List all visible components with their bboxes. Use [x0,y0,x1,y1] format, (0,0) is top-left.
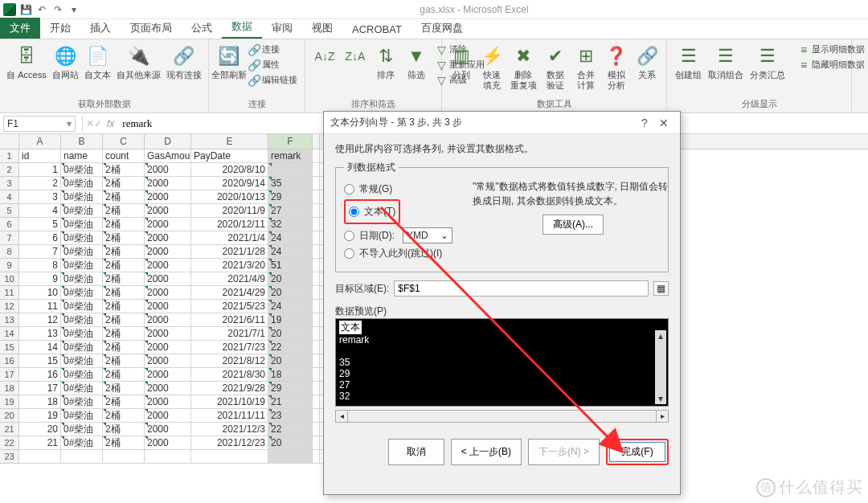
radio-skip[interactable]: 不导入此列(跳过)(I) [344,247,660,260]
cell[interactable]: 21 [268,395,313,409]
tab-3[interactable]: 公式 [182,18,222,39]
dtool-6[interactable]: 🔗关系 [633,43,661,82]
cell[interactable]: 20 [268,354,313,368]
cell[interactable]: 2桶 [103,395,145,409]
cell[interactable]: 2021/7/1 [191,327,268,341]
cell[interactable]: 2桶 [103,231,145,245]
tab-5[interactable]: 审阅 [262,18,302,39]
cell[interactable]: 0#柴油 [61,368,103,382]
cell[interactable] [313,204,320,218]
tab-4[interactable]: 数据 [222,16,262,39]
cell[interactable]: 17 [19,382,61,395]
dtool-1[interactable]: ⚡快速填充 [477,43,506,92]
cell[interactable]: 2000 [145,259,191,272]
refresh-all-button[interactable]: 🔄全部刷新 [214,43,244,82]
cell[interactable] [268,450,313,464]
cell[interactable]: 2000 [145,218,191,231]
cell[interactable]: 2桶 [103,286,145,300]
row-header[interactable]: 10 [0,272,19,286]
conn-1[interactable]: 🔗属性 [245,58,300,72]
cell[interactable]: 12 [19,313,61,327]
cell[interactable]: 0#柴油 [61,245,103,259]
cell[interactable]: PayDate [191,149,268,163]
cell[interactable]: 2000 [145,368,191,382]
cell[interactable]: 0#柴油 [61,272,103,286]
advanced-button[interactable]: 高级(A)... [542,215,604,235]
cell[interactable]: 18 [19,395,61,409]
col-header-D[interactable]: D [145,134,191,149]
cell[interactable]: 2桶 [103,204,145,218]
cell[interactable]: 19 [19,409,61,423]
dtool-2[interactable]: ✖删除重复项 [508,43,539,92]
cell[interactable]: 2020/11/9 [191,204,268,218]
cell[interactable]: 2020/8/10 [191,163,268,177]
cell[interactable]: 2000 [145,395,191,409]
cell[interactable]: 2000 [145,177,191,190]
cell[interactable] [313,409,320,423]
col-header-[interactable] [313,134,320,149]
row-header[interactable]: 19 [0,395,19,409]
cell[interactable]: id [19,149,61,163]
cell[interactable] [313,354,320,368]
cell[interactable]: count [103,149,145,163]
cell[interactable] [313,218,320,231]
cell[interactable]: 2000 [145,354,191,368]
cell[interactable]: name [61,149,103,163]
horizontal-scrollbar[interactable]: ◂▸ [335,410,669,423]
cell[interactable]: 0#柴油 [61,231,103,245]
cell[interactable]: 15 [19,354,61,368]
cell[interactable]: 2020/9/14 [191,177,268,190]
cell[interactable] [313,436,320,450]
tab-7[interactable]: ACROBAT [342,20,411,39]
cell[interactable] [313,450,320,464]
cell[interactable]: 2桶 [103,423,145,436]
row-header[interactable]: 15 [0,341,19,354]
cell[interactable]: 18 [268,368,313,382]
qat-more-icon[interactable]: ▾ [68,3,80,16]
sort-asc-button[interactable]: A↓Z [310,43,339,70]
row-header[interactable]: 21 [0,423,19,436]
cell[interactable]: 0#柴油 [61,313,103,327]
cell[interactable] [191,450,268,464]
cell[interactable]: 2桶 [103,368,145,382]
cell[interactable]: 8 [19,259,61,272]
cell[interactable]: 7 [19,245,61,259]
row-header[interactable]: 12 [0,300,19,313]
cell[interactable]: 2000 [145,245,191,259]
col-header-A[interactable]: A [19,134,61,149]
cell[interactable]: 2000 [145,423,191,436]
row-header[interactable]: 1 [0,149,19,163]
ext-data-3[interactable]: 🔌自其他来源 [115,43,162,82]
cell[interactable]: 2桶 [103,436,145,450]
back-button[interactable]: < 上一步(B) [451,439,522,465]
cell[interactable] [313,286,320,300]
conn-0[interactable]: 🔗连接 [245,43,300,57]
row-header[interactable]: 8 [0,245,19,259]
cell[interactable]: 2桶 [103,341,145,354]
cell[interactable]: 2021/12/3 [191,423,268,436]
cell[interactable] [313,259,320,272]
cell[interactable] [313,163,320,177]
cell[interactable]: 2021/8/30 [191,368,268,382]
cell[interactable] [313,149,320,163]
cell[interactable]: 2000 [145,286,191,300]
cell[interactable]: 2桶 [103,259,145,272]
cell[interactable]: 0#柴油 [61,163,103,177]
cell[interactable]: 3 [19,190,61,204]
cell[interactable] [313,395,320,409]
redo-icon[interactable]: ↷ [51,3,64,16]
row-header[interactable]: 11 [0,286,19,300]
cell[interactable]: 2021/1/4 [191,231,268,245]
cell[interactable] [268,163,313,177]
cell[interactable]: 22 [268,423,313,436]
cell[interactable]: 2020/12/11 [191,218,268,231]
cell[interactable]: 0#柴油 [61,327,103,341]
cell[interactable]: 2 [19,177,61,190]
date-format-select[interactable]: YMD⌄ [403,227,452,243]
outline-2[interactable]: ☰分类汇总 [747,43,788,82]
cell[interactable]: 0#柴油 [61,382,103,395]
cell[interactable]: 24 [268,231,313,245]
cell[interactable]: 2桶 [103,409,145,423]
cell[interactable]: 0#柴油 [61,436,103,450]
col-header-B[interactable]: B [61,134,103,149]
